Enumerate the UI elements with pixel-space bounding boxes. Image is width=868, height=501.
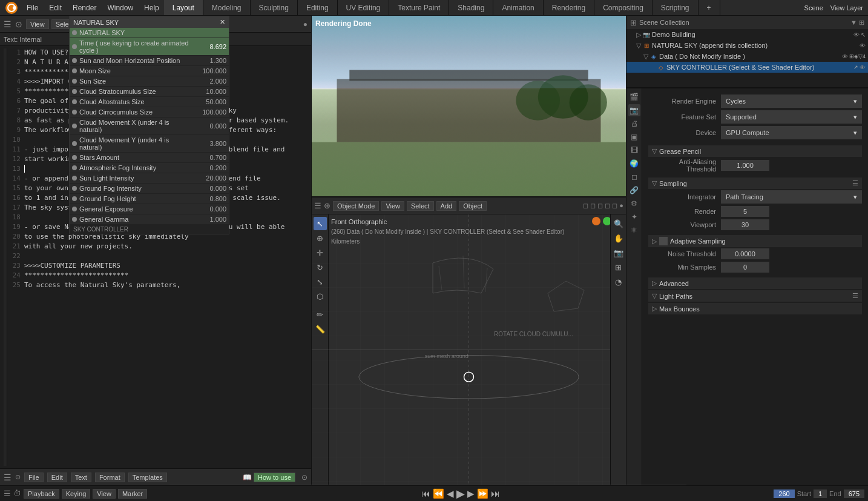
eye-icon-2[interactable]: 👁	[842, 53, 848, 60]
dropdown-row-11[interactable]: Atmospheric Fog Intensity0.200	[70, 163, 229, 173]
keying-btn[interactable]: Keying	[62, 489, 91, 499]
bottom-text-btn[interactable]: Text	[71, 473, 91, 482]
prev-key-btn[interactable]: ⏪	[433, 488, 444, 499]
cursor-icon-0[interactable]: ↖	[861, 32, 866, 38]
tree-demo-building[interactable]: ▷ 📷 Demo Building 👁 ↖	[626, 29, 868, 40]
dropdown-row-9[interactable]: Cloud Movement Y (under 4 is natural)3.8…	[70, 135, 229, 153]
modifier-props-icon[interactable]: ⚙	[628, 197, 640, 210]
tab-compositing[interactable]: Compositing	[594, 0, 653, 15]
sampling-section[interactable]: ▽ Sampling ☰	[648, 178, 862, 189]
tab-uv-editing[interactable]: UV Editing	[338, 0, 390, 15]
tab-editing[interactable]: Editing	[298, 0, 338, 15]
dropdown-row-8[interactable]: Cloud Movement X (under 4 is natural)0.0…	[70, 118, 229, 135]
output-props-icon[interactable]: 🖨	[628, 118, 640, 130]
grease-pencil-section[interactable]: ▽ Grease Pencil	[648, 145, 862, 157]
key-start-btn[interactable]: ⏮	[421, 488, 430, 499]
key-end-btn[interactable]: ⏭	[491, 488, 500, 499]
bottom-templates-btn[interactable]: Templates	[128, 473, 167, 482]
frame-start[interactable]: 1	[814, 489, 827, 498]
render-props-icon[interactable]: 📷	[628, 104, 640, 116]
dropdown-row-7[interactable]: Cloud Cirrocumulus Size100.000	[70, 107, 229, 118]
menu-window[interactable]: Window	[102, 2, 138, 13]
sampling-more-icon[interactable]: ☰	[852, 179, 858, 187]
particle-props-icon[interactable]: ✦	[628, 211, 640, 223]
render-engine-control[interactable]: Cycles ▾	[721, 95, 862, 108]
dropdown-row-2[interactable]: Sun and Moon Horizontal Position1.300	[70, 56, 229, 66]
tab-scripting[interactable]: Scripting	[653, 0, 699, 15]
anti-alias-value[interactable]: 1.000	[721, 160, 769, 171]
next-frame-btn[interactable]: ▶	[467, 488, 475, 499]
lp-more-icon[interactable]: ☰	[852, 292, 858, 300]
viewport-samples-value[interactable]: 30	[721, 219, 769, 230]
camera-icon[interactable]: 📷	[612, 246, 625, 259]
dropdown-row-3[interactable]: Moon Size100.000	[70, 66, 229, 76]
tab-shading[interactable]: Shading	[449, 0, 493, 15]
feature-set-control[interactable]: Supported ▾	[721, 110, 862, 124]
dropdown-row-12[interactable]: Sun Light Intensity20.000	[70, 173, 229, 184]
tab-modeling[interactable]: Modeling	[203, 0, 251, 15]
adaptive-checkbox[interactable]	[659, 237, 668, 245]
dropdown-row-13[interactable]: Ground Fog Intensity0.000	[70, 184, 229, 194]
tab-texture-paint[interactable]: Texture Paint	[389, 0, 449, 15]
physics-props-icon[interactable]: ⚛	[628, 224, 640, 236]
scene-name[interactable]: Scene	[804, 4, 823, 12]
prev-frame-btn[interactable]: ◀	[447, 488, 454, 499]
vp-add-btn[interactable]: Add	[436, 201, 457, 211]
playback-btn[interactable]: Playback	[24, 489, 59, 499]
bottom-format-btn[interactable]: Format	[95, 473, 125, 482]
eye-icon-1[interactable]: 👁	[860, 42, 866, 49]
pie-icon[interactable]: ◔	[612, 275, 625, 288]
dropdown-row-4[interactable]: Sun Size2.000	[70, 76, 229, 87]
play-btn[interactable]: ▶	[456, 487, 465, 500]
view-layer-name[interactable]: View Layer	[830, 4, 863, 12]
dropdown-row-1[interactable]: Time ( use keying to create animated cyc…	[70, 38, 229, 56]
menu-help[interactable]: Help	[139, 2, 164, 13]
link-icon-3[interactable]: ↗	[853, 64, 858, 70]
tab-sculpting[interactable]: Sculpting	[251, 0, 298, 15]
tab-add[interactable]: +	[699, 0, 720, 15]
bottom-file-btn[interactable]: File	[24, 473, 44, 482]
dropdown-row-14[interactable]: Ground Fog Height0.800	[70, 194, 229, 204]
how-to-use-btn[interactable]: How to use	[254, 473, 295, 482]
vp-object-btn[interactable]: Object	[459, 201, 487, 211]
scene-props-icon2[interactable]: 🎞	[628, 144, 640, 156]
max-bounces-section[interactable]: ▷ Max Bounces	[648, 303, 862, 314]
dropdown-row-0[interactable]: NATURAL SKY	[70, 28, 229, 38]
dropdown-row-5[interactable]: Cloud Stratocumulus Size10.000	[70, 87, 229, 97]
dropdown-row-6[interactable]: Cloud Altostratus Size50.000	[70, 97, 229, 107]
dropdown-row-10[interactable]: Stars Amount0.700	[70, 153, 229, 163]
tree-natural-sky[interactable]: ▽ ⊞ NATURAL SKY (append this collection)…	[626, 40, 868, 51]
constraint-props-icon[interactable]: 🔗	[628, 184, 640, 196]
marker-btn[interactable]: Marker	[118, 489, 147, 499]
min-samples-value[interactable]: 0	[721, 262, 769, 273]
scene-props-icon[interactable]: 🎬	[628, 91, 640, 103]
menu-file[interactable]: File	[22, 2, 43, 13]
render-samples-value[interactable]: 5	[721, 206, 769, 217]
editor-type-icon[interactable]: ☰	[4, 19, 12, 29]
viewport-3d[interactable]: ↖ ⊕ ✛ ↻ ⤡ ⬡ ✏ 📏 Front Orthographic (260)…	[312, 214, 626, 485]
tree-sky-controller[interactable]: ◇ SKY CONTROLLER (Select & See Shader Ed…	[626, 62, 868, 73]
integrator-control[interactable]: Path Tracing ▾	[721, 190, 862, 204]
vp-mode-btn[interactable]: Object Mode	[333, 201, 379, 211]
light-paths-section[interactable]: ▽ Light Paths ☰	[648, 290, 862, 302]
hand-icon[interactable]: ✋	[612, 231, 625, 245]
grid-icon[interactable]: ⊞	[612, 260, 625, 274]
menu-edit[interactable]: Edit	[44, 2, 67, 13]
timeline-view-btn[interactable]: View	[93, 489, 116, 499]
vp-select-btn[interactable]: Select	[407, 201, 434, 211]
world-props-icon[interactable]: 🌍	[628, 158, 640, 170]
vp-view-btn[interactable]: View	[381, 201, 404, 211]
viewport-render[interactable]: ☰ 📷 Mode View Select Add Object ◻ ◻ ◻ ◻ …	[312, 16, 626, 197]
object-props-icon[interactable]: ◻	[628, 171, 640, 183]
next-key-btn[interactable]: ⏩	[477, 488, 488, 499]
filter-icon[interactable]: ▼ ⊞	[850, 19, 864, 27]
dropdown-row-15[interactable]: General Exposure0.000	[70, 204, 229, 214]
current-frame[interactable]: 260	[774, 489, 794, 498]
frame-end[interactable]: 675	[844, 489, 864, 498]
eye-icon-3[interactable]: 👁	[860, 64, 866, 71]
eye-icon-0[interactable]: 👁	[853, 32, 860, 38]
tab-rendering[interactable]: Rendering	[544, 0, 594, 15]
advanced-section[interactable]: ▷ Advanced	[648, 277, 862, 289]
menu-render[interactable]: Render	[68, 2, 101, 13]
zoom-icon[interactable]: 🔍	[612, 217, 625, 230]
